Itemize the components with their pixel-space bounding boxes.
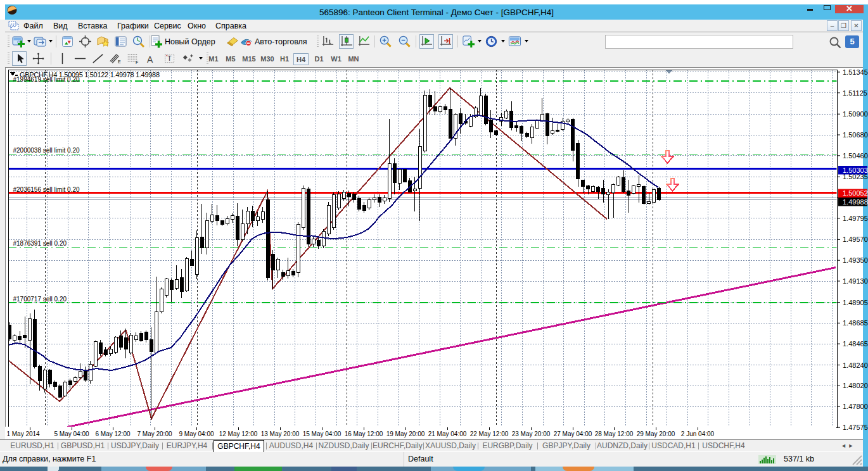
svg-text:1.48465: 1.48465 <box>843 340 868 348</box>
svg-text:1.50460: 1.50460 <box>843 152 868 160</box>
svg-text:#2036156 sell limit 0.20: #2036156 sell limit 0.20 <box>13 186 80 193</box>
svg-text:1.49130: 1.49130 <box>843 277 868 285</box>
svg-text:#2000038 sell limit 0.20: #2000038 sell limit 0.20 <box>13 147 80 154</box>
svg-text:#1876391 sell 0.20: #1876391 sell 0.20 <box>13 240 67 247</box>
svg-text:1.49350: 1.49350 <box>843 256 868 264</box>
svg-text:1.48240: 1.48240 <box>843 361 868 369</box>
svg-text:1.47800: 1.47800 <box>843 403 868 410</box>
svg-text:1.49988: 1.49988 <box>843 198 868 206</box>
svg-text:1.50900: 1.50900 <box>843 110 868 118</box>
svg-text:1.51125: 1.51125 <box>843 89 867 97</box>
svg-text:1.51345: 1.51345 <box>843 68 868 76</box>
svg-text:#1700717 sell 0.20: #1700717 sell 0.20 <box>13 296 67 303</box>
svg-text:GBPCHF,H4 1.50095 1.50122 1.4: GBPCHF,H4 1.50095 1.50122 1.49978 1.4998… <box>20 71 160 78</box>
svg-text:1.50303: 1.50303 <box>843 166 868 174</box>
svg-text:1.48685: 1.48685 <box>843 319 868 327</box>
svg-text:F: F <box>136 60 138 65</box>
svg-text:T: T <box>167 54 172 62</box>
svg-text:1.49570: 1.49570 <box>843 236 868 243</box>
svg-text:1.48905: 1.48905 <box>843 299 868 306</box>
svg-text:E: E <box>118 60 121 64</box>
svg-text:1.50052: 1.50052 <box>843 189 868 197</box>
svg-text:1.48020: 1.48020 <box>843 382 868 389</box>
svg-text:1.50680: 1.50680 <box>843 131 868 139</box>
svg-text:1.47575: 1.47575 <box>843 424 868 431</box>
svg-text:1.49795: 1.49795 <box>843 215 868 222</box>
